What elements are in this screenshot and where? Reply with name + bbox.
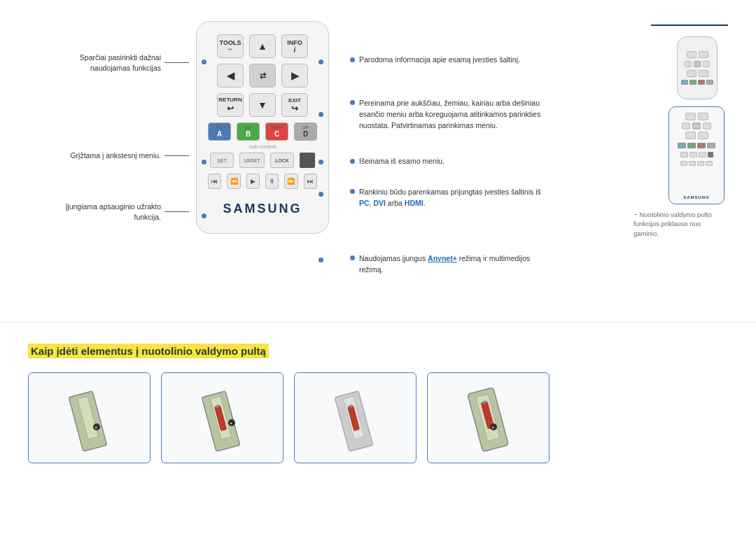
mini-row3: [687, 70, 708, 77]
top-divider: [651, 24, 728, 26]
hdmi-label: HDMI: [272, 125, 282, 130]
mini-btn: [687, 70, 696, 77]
mini-color-btn: [706, 80, 713, 85]
play-button[interactable]: ▶: [246, 174, 260, 189]
rewind-button[interactable]: ⏪: [227, 174, 240, 189]
pc-highlight: PC: [359, 199, 370, 207]
annotation-ijung: Įjungiama apsauginio užrakto funkcija.: [28, 202, 189, 222]
row-media: ⏮ ⏪ ▶ ⏸ ⏩ ⏭: [208, 174, 317, 189]
button-d[interactable]: DP D: [294, 122, 317, 141]
mini-btn: [699, 70, 708, 77]
mini-b: [703, 122, 711, 129]
dot-anynet-r: [350, 255, 355, 260]
set-button[interactable]: SET: [210, 153, 234, 168]
mini-b: [698, 113, 708, 120]
mini-color: [697, 143, 706, 148]
down-button[interactable]: ▼: [249, 93, 276, 117]
mini-samsung-logo: SAMSUNG: [683, 195, 710, 199]
annotation-sparc: Sparčiai pasirinkti dažnai naudojamas fu…: [28, 52, 189, 73]
mini-media: [680, 161, 687, 166]
stop-button[interactable]: [300, 153, 315, 168]
pause-button[interactable]: ⏸: [265, 174, 279, 189]
return-button[interactable]: RETURN ↩: [217, 93, 244, 117]
info-button[interactable]: INFO i: [281, 34, 308, 58]
dot-exit: [318, 160, 323, 164]
mini-media: [697, 161, 704, 166]
note-dash: −: [634, 211, 638, 218]
battery-illus-4: •: [428, 373, 549, 463]
annotation-line-grizta: [164, 155, 189, 156]
mini-row2: [685, 61, 710, 67]
battery-step-4: •: [427, 372, 550, 463]
button-c[interactable]: HDMI C: [265, 122, 288, 141]
battery-step-1: •: [28, 372, 150, 463]
mini-b-row2: [682, 122, 711, 129]
mini-color-btn: [698, 80, 705, 85]
mini-b: [698, 132, 708, 139]
annotation-grizta: Grįžtama į ankstesnį meniu.: [28, 150, 189, 161]
mini-ctrl: [699, 152, 706, 157]
fast-forward-button[interactable]: ⏩: [284, 174, 298, 189]
mini-btn: [703, 61, 710, 67]
mini-b-row4: [678, 143, 715, 148]
dot-isein: [350, 159, 355, 164]
note-text: Nuotolinio valdymo pulto funkcijos prikl…: [634, 211, 712, 237]
annotation-line-sparc: [164, 62, 189, 63]
left-button[interactable]: ◀: [217, 64, 244, 87]
tools-button[interactable]: TOOLS ↩: [217, 34, 244, 58]
annotation-parodoma-text: Parodoma informacija apie esamą įvesties…: [359, 55, 520, 65]
hdmi-highlight: HDMI: [405, 199, 424, 207]
dot-rankiu: [350, 189, 355, 194]
small-remote-area: SAMSUNG − Nuotolinio valdymo pulto funkc…: [623, 21, 728, 301]
mini-b-center: [692, 122, 701, 129]
lock-button[interactable]: LOCK: [270, 153, 294, 168]
remote-body: TOOLS ↩ ▲ INFO i ◀ ⇄ ▶: [196, 21, 329, 234]
enter-button[interactable]: ⇄: [249, 64, 276, 87]
exit-button[interactable]: EXIT ↪: [281, 93, 308, 117]
up-button[interactable]: ▲: [249, 34, 276, 58]
unset-button[interactable]: UNSET: [239, 153, 265, 168]
mini-b: [685, 113, 696, 120]
button-a[interactable]: PC A: [208, 122, 231, 141]
row-top: TOOLS ↩ ▲ INFO i: [208, 34, 317, 58]
mini-b-row5: [680, 152, 713, 157]
mini-btn: [699, 51, 708, 58]
samsung-logo: SAMSUNG: [223, 202, 302, 216]
button-b[interactable]: DVI B: [237, 122, 260, 141]
battery-illus-1: •: [29, 373, 150, 463]
annotation-ijung-text: Įjungiama apsauginio užrakto funkcija.: [42, 202, 161, 222]
annotation-anynet-text: Naudojamas įjungus Anynet+ režimą ir mul…: [359, 253, 555, 276]
next-button[interactable]: ⏭: [304, 174, 317, 189]
dot-parodoma: [350, 57, 355, 62]
mini-btn: [685, 61, 692, 67]
tools-label: TOOLS: [220, 39, 241, 47]
annotation-rankiu-text: Rankiniu būdu parenkamas prijungtas įves…: [359, 187, 555, 209]
mini-ctrl: [680, 152, 688, 157]
right-annotations-area: Parodoma informacija apie esamą įvesties…: [336, 21, 623, 301]
dot-nav: [318, 112, 323, 117]
mini-media: [689, 161, 696, 166]
right-button[interactable]: ▶: [281, 64, 308, 87]
mini-color-btn: [681, 80, 688, 85]
battery-svg-1: •: [44, 379, 135, 456]
dot-color: [318, 192, 323, 197]
mini-color: [678, 143, 686, 148]
prev-button[interactable]: ⏮: [208, 174, 221, 189]
annotation-grizta-text: Grįžtama į ankstesnį meniu.: [70, 150, 161, 161]
battery-steps: • •: [28, 372, 728, 463]
dot-lock: [202, 213, 206, 218]
battery-illus-2: •: [162, 373, 283, 463]
battery-svg-4: •: [443, 379, 534, 456]
annotation-isein-text: Išeinama iš esamo meniu.: [359, 156, 444, 167]
dot-tools: [202, 59, 206, 64]
battery-step-2: •: [161, 372, 284, 463]
annotation-parodoma: Parodoma informacija apie esamą įvesties…: [350, 55, 520, 65]
annotation-pereinama: Pereinama prie aukščiau, žemiau, kairiau…: [350, 98, 562, 131]
annotation-pereinama-text: Pereinama prie aukščiau, žemiau, kairiau…: [359, 98, 562, 131]
mini-color-btn: [690, 80, 696, 85]
dp-label: DP: [302, 125, 308, 130]
mini-btn-center: [694, 61, 701, 67]
mini-b: [685, 132, 696, 139]
row-return: RETURN ↩ ▼ EXIT ↪: [208, 93, 317, 117]
mini-stop: [708, 152, 713, 157]
